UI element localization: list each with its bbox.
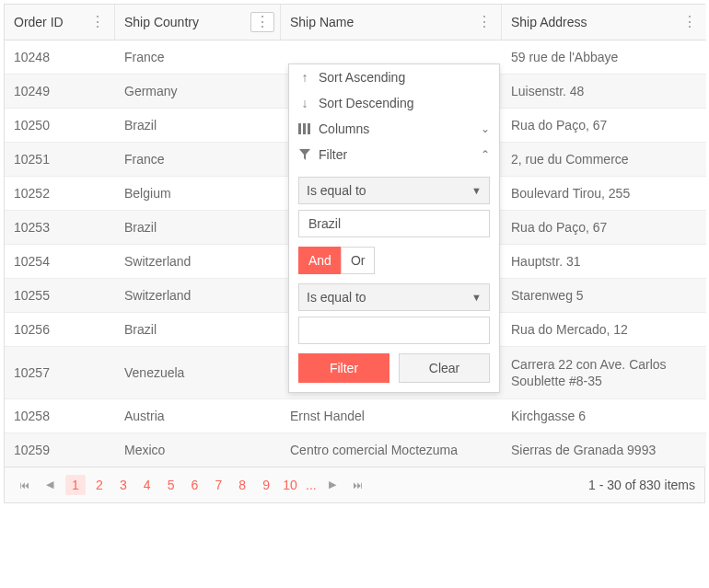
column-menu-icon[interactable]: ⋮ [87,13,109,31]
cell-ship-address: 59 rue de l'Abbaye [502,40,706,74]
cell-ship-address: Luisenstr. 48 [502,74,706,108]
header-ship-country[interactable]: Ship Country ⋮ [115,5,281,40]
cell-ship-address: Kirchgasse 6 [502,398,706,432]
filter-value-2-input[interactable] [307,322,482,339]
filter-apply-button[interactable]: Filter [298,353,389,383]
select-value: Is equal to [307,290,366,305]
column-menu-icon[interactable]: ⋮ [473,13,495,31]
filter-operator-1[interactable]: Is equal to ▼ [298,177,490,204]
column-menu-icon[interactable]: ⋮ [679,13,701,31]
filter-value-1-input[interactable] [307,215,482,232]
cell-order-id: 10249 [5,74,115,108]
page-number[interactable]: 8 [232,475,252,495]
page-number[interactable]: 1 [65,475,86,495]
svg-rect-0 [298,123,301,134]
filter-operator-2[interactable]: Is equal to ▼ [298,283,490,311]
cell-ship-country: Brazil [115,108,281,142]
header-ship-address[interactable]: Ship Address ⋮ [502,5,706,40]
cell-ship-country: Brazil [115,312,281,346]
cell-ship-country: Venezuela [115,346,281,398]
page-last-icon[interactable]: ⏭ [348,475,368,495]
page-more[interactable]: ... [306,478,317,492]
column-menu-icon[interactable]: ⋮ [250,12,274,32]
pager-info: 1 - 30 of 830 items [588,478,695,492]
header-ship-name[interactable]: Ship Name ⋮ [281,5,502,40]
page-number[interactable]: 5 [161,475,181,495]
cell-ship-address: Carrera 22 con Ave. Carlos Soublette #8-… [502,346,706,398]
chevron-up-icon: ⌃ [481,148,490,161]
menu-item-label: Sort Ascending [319,70,405,85]
filter-value-1[interactable] [298,210,490,237]
table-row[interactable]: 10258AustriaErnst HandelKirchgasse 6 [5,398,706,432]
cell-order-id: 10258 [5,398,115,432]
cell-order-id: 10252 [5,176,115,210]
page-next-icon[interactable]: ▶ [322,475,343,495]
cell-ship-address: Starenweg 5 [502,278,706,312]
cell-ship-country: Switzerland [115,244,281,278]
select-value: Is equal to [307,183,366,198]
filter-form: Is equal to ▼ And Or Is equal to ▼ Filte… [289,167,499,392]
page-number[interactable]: 7 [208,475,228,495]
cell-ship-name: Ernst Handel [281,398,502,432]
data-grid: Order ID ⋮ Ship Country ⋮ Ship Name ⋮ [4,4,705,503]
menu-item-label: Sort Descending [319,96,414,110]
filter-logic-and[interactable]: And [298,247,342,274]
menu-item-label: Columns [319,121,369,136]
cell-ship-country: Switzerland [115,278,281,312]
page-number[interactable]: 3 [113,475,134,495]
filter-logic-group: And Or [298,247,490,274]
cell-ship-address: Rua do Paço, 67 [502,210,706,244]
cell-order-id: 10254 [5,244,115,278]
cell-order-id: 10257 [5,346,115,398]
svg-rect-1 [303,123,306,134]
cell-ship-address: Boulevard Tirou, 255 [502,176,706,210]
cell-ship-country: Mexico [115,432,281,467]
header-label: Ship Address [511,15,587,29]
cell-order-id: 10250 [5,108,115,142]
cell-ship-country: Brazil [115,210,281,244]
cell-order-id: 10256 [5,312,115,346]
pager: ⏮ ◀ 1 2 3 4 5 6 7 8 9 10 ... ▶ ⏭ 1 - 30 … [5,467,704,502]
cell-order-id: 10259 [5,432,115,467]
page-number[interactable]: 9 [256,475,276,495]
cell-ship-address: Rua do Mercado, 12 [502,312,706,346]
cell-ship-address: Hauptstr. 31 [502,244,706,278]
filter-logic-or[interactable]: Or [341,247,376,274]
svg-rect-2 [308,123,310,134]
page-number[interactable]: 10 [280,475,300,495]
cell-ship-country: France [115,142,281,176]
table-row[interactable]: 10259MexicoCentro comercial MoctezumaSie… [5,432,706,467]
header-label: Ship Name [290,15,354,29]
cell-ship-name: Centro comercial Moctezuma [281,432,502,467]
cell-ship-country: Austria [115,398,281,432]
cell-order-id: 10251 [5,142,115,176]
page-number[interactable]: 6 [184,475,204,495]
cell-order-id: 10253 [5,210,115,244]
menu-item-label: Filter [319,147,347,162]
columns-item[interactable]: Columns ⌄ [289,116,499,142]
header-order-id[interactable]: Order ID ⋮ [5,5,115,40]
cell-ship-address: Sierras de Granada 9993 [502,432,706,467]
sort-ascending-item[interactable]: ↑ Sort Ascending [289,64,499,90]
caret-down-icon: ▼ [471,185,482,196]
page-number[interactable]: 2 [89,475,110,495]
cell-ship-country: Belgium [115,176,281,210]
cell-ship-address: Rua do Paço, 67 [502,108,706,142]
filter-icon [298,149,311,160]
cell-order-id: 10248 [5,40,115,74]
chevron-down-icon: ⌄ [481,122,490,135]
arrow-up-icon: ↑ [298,70,311,85]
filter-item[interactable]: Filter ⌃ [289,142,499,167]
cell-ship-country: France [115,40,281,74]
page-prev-icon[interactable]: ◀ [40,475,60,495]
cell-order-id: 10255 [5,278,115,312]
arrow-down-icon: ↓ [298,96,311,110]
caret-down-icon: ▼ [471,292,482,303]
header-label: Order ID [14,15,64,29]
filter-value-2[interactable] [298,317,490,344]
page-number[interactable]: 4 [137,475,157,495]
filter-clear-button[interactable]: Clear [399,353,490,383]
cell-ship-address: 2, rue du Commerce [502,142,706,176]
sort-descending-item[interactable]: ↓ Sort Descending [289,90,499,116]
page-first-icon[interactable]: ⏮ [14,475,34,495]
